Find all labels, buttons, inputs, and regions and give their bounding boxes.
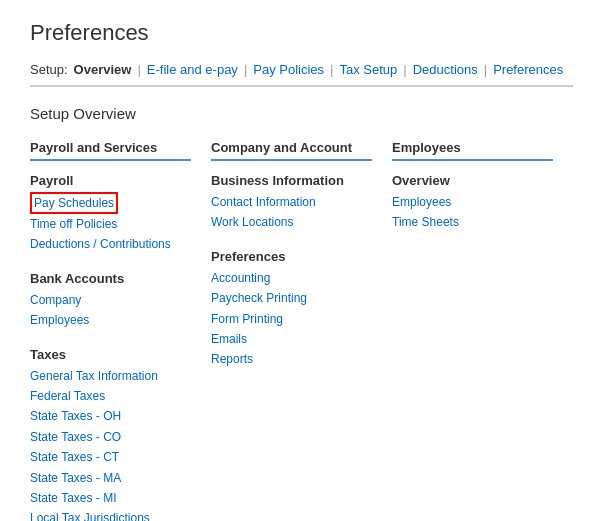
column-header-company: Company and Account [211, 140, 372, 161]
group-title-payroll: Payroll [30, 173, 191, 188]
breadcrumb-label: Setup: [30, 62, 68, 77]
link-paycheck-printing[interactable]: Paycheck Printing [211, 288, 372, 308]
group-title-business-info: Business Information [211, 173, 372, 188]
column-payroll-services: Payroll and Services Payroll Pay Schedul… [30, 140, 211, 521]
link-reports[interactable]: Reports [211, 349, 372, 369]
link-time-sheets[interactable]: Time Sheets [392, 212, 553, 232]
group-taxes: Taxes General Tax Information Federal Ta… [30, 347, 191, 521]
link-company[interactable]: Company [30, 290, 191, 310]
column-header-payroll: Payroll and Services [30, 140, 191, 161]
group-title-preferences: Preferences [211, 249, 372, 264]
group-payroll: Payroll Pay Schedules Time off Policies … [30, 173, 191, 255]
section-title: Setup Overview [30, 105, 573, 122]
link-federal-taxes[interactable]: Federal Taxes [30, 386, 191, 406]
group-title-bank-accounts: Bank Accounts [30, 271, 191, 286]
link-state-taxes-ct[interactable]: State Taxes - CT [30, 447, 191, 467]
breadcrumb-deductions[interactable]: Deductions [413, 62, 478, 77]
breadcrumb-current: Overview [74, 62, 132, 77]
link-deductions-contributions[interactable]: Deductions / Contributions [30, 234, 191, 254]
link-form-printing[interactable]: Form Printing [211, 309, 372, 329]
link-state-taxes-mi[interactable]: State Taxes - MI [30, 488, 191, 508]
link-contact-information[interactable]: Contact Information [211, 192, 372, 212]
link-state-taxes-ma[interactable]: State Taxes - MA [30, 468, 191, 488]
link-state-taxes-oh[interactable]: State Taxes - OH [30, 406, 191, 426]
column-header-employees: Employees [392, 140, 553, 161]
breadcrumb-pay-policies[interactable]: Pay Policies [253, 62, 324, 77]
link-emails[interactable]: Emails [211, 329, 372, 349]
column-company-account: Company and Account Business Information… [211, 140, 392, 521]
group-business-info: Business Information Contact Information… [211, 173, 372, 233]
link-employees-bank[interactable]: Employees [30, 310, 191, 330]
link-local-tax-jurisdictions[interactable]: Local Tax Jurisdictions [30, 508, 191, 521]
link-employees[interactable]: Employees [392, 192, 553, 212]
breadcrumb-efile[interactable]: E-file and e-pay [147, 62, 238, 77]
link-work-locations[interactable]: Work Locations [211, 212, 372, 232]
group-preferences: Preferences Accounting Paycheck Printing… [211, 249, 372, 370]
columns-wrapper: Payroll and Services Payroll Pay Schedul… [30, 140, 573, 521]
link-general-tax-info[interactable]: General Tax Information [30, 366, 191, 386]
group-overview: Overview Employees Time Sheets [392, 173, 553, 233]
column-employees: Employees Overview Employees Time Sheets [392, 140, 573, 521]
breadcrumb-tax-setup[interactable]: Tax Setup [339, 62, 397, 77]
group-title-overview: Overview [392, 173, 553, 188]
group-bank-accounts: Bank Accounts Company Employees [30, 271, 191, 331]
page-title: Preferences [30, 20, 573, 46]
group-title-taxes: Taxes [30, 347, 191, 362]
link-pay-schedules[interactable]: Pay Schedules [30, 192, 118, 214]
link-time-off-policies[interactable]: Time off Policies [30, 214, 191, 234]
link-accounting[interactable]: Accounting [211, 268, 372, 288]
breadcrumb-preferences[interactable]: Preferences [493, 62, 563, 77]
link-state-taxes-co[interactable]: State Taxes - CO [30, 427, 191, 447]
breadcrumb: Setup: Overview | E-file and e-pay | Pay… [30, 62, 573, 87]
